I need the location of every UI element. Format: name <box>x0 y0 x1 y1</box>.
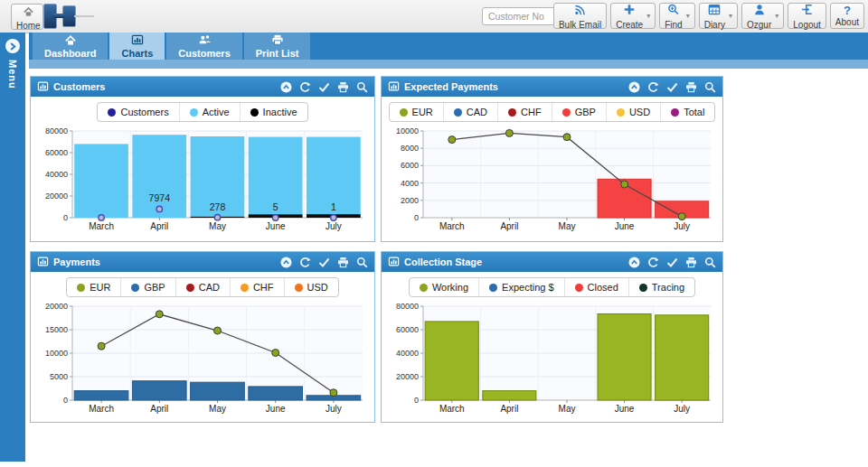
collapse-icon[interactable] <box>280 257 292 268</box>
collapse-icon[interactable] <box>628 257 640 268</box>
bulk-email-button[interactable]: Bulk Email <box>553 3 607 29</box>
svg-text:40000: 40000 <box>396 349 419 358</box>
print-icon[interactable] <box>685 81 697 93</box>
legend-dot <box>420 284 428 292</box>
question-icon: ? <box>844 5 851 16</box>
tab-print-list[interactable]: Print List <box>244 33 311 60</box>
create-dropdown-caret[interactable]: ▾ <box>646 12 650 20</box>
legend-label: Total <box>684 107 704 117</box>
broadcast-icon <box>574 3 587 19</box>
print-icon[interactable] <box>337 257 349 268</box>
legend-dot <box>489 284 497 292</box>
bar-chart-icon <box>37 254 49 270</box>
check-icon[interactable] <box>666 81 678 93</box>
legend-item-chf[interactable]: CHF <box>231 278 285 296</box>
check-icon[interactable] <box>318 257 330 268</box>
legend-label: Expecting $ <box>502 282 553 293</box>
chart-panel-collection-stage: Collection Stage WorkingExpecting $Close… <box>381 251 723 423</box>
legend-item-usd[interactable]: USD <box>607 103 661 121</box>
legend-item-active[interactable]: Active <box>180 103 241 121</box>
chart-canvas: 020000400006000080000MarchAprilMayJuneJu… <box>31 126 374 232</box>
calendar-icon <box>708 3 721 19</box>
search-icon[interactable] <box>356 81 368 93</box>
legend-label: CHF <box>521 107 542 117</box>
svg-text:May: May <box>209 404 226 414</box>
tab-dashboard[interactable]: Dashboard <box>33 33 108 60</box>
about-button[interactable]: ? About <box>830 3 864 29</box>
chart-legend: EURGBPCADCHFUSD <box>66 277 339 297</box>
svg-text:July: July <box>326 221 342 231</box>
tab-customers[interactable]: Customers <box>166 33 241 60</box>
svg-text:April: April <box>500 221 518 231</box>
legend-label: Closed <box>588 282 618 293</box>
legend-item-working[interactable]: Working <box>410 278 479 296</box>
panel-title: Payments <box>53 257 100 267</box>
svg-text:0: 0 <box>63 213 68 222</box>
refresh-icon[interactable] <box>647 257 659 268</box>
legend-item-usd[interactable]: USD <box>285 278 338 296</box>
legend-item-customers[interactable]: Customers <box>98 103 179 121</box>
check-icon[interactable] <box>318 81 330 93</box>
create-button[interactable]: Create ▾ <box>610 3 656 29</box>
chart-legend: WorkingExpecting $ClosedTracing <box>409 277 695 297</box>
svg-text:April: April <box>150 221 168 231</box>
panel-toolbar <box>628 81 716 93</box>
legend-label: EUR <box>90 282 110 293</box>
legend-dot <box>671 108 679 117</box>
legend-item-eur[interactable]: EUR <box>67 278 121 296</box>
legend-item-tracing[interactable]: Tracing <box>629 278 694 296</box>
legend-dot <box>77 284 85 292</box>
users-icon <box>198 34 212 47</box>
legend-item-cad[interactable]: CAD <box>176 278 231 296</box>
user-dropdown-caret[interactable]: ▾ <box>775 12 778 20</box>
tab-charts[interactable]: Charts <box>109 33 165 60</box>
svg-text:June: June <box>266 221 286 231</box>
collapse-icon[interactable] <box>628 81 640 93</box>
svg-text:April: April <box>150 404 168 414</box>
refresh-icon[interactable] <box>299 257 311 268</box>
search-icon[interactable] <box>704 257 716 268</box>
legend-label: CAD <box>467 107 487 117</box>
home-icon <box>64 34 77 47</box>
collapse-icon[interactable] <box>280 81 292 93</box>
panel-toolbar <box>280 257 368 268</box>
diary-dropdown-caret[interactable]: ▾ <box>729 12 732 20</box>
panel-header: Collection Stage <box>382 252 722 272</box>
print-icon[interactable] <box>337 81 349 93</box>
check-icon[interactable] <box>666 257 678 268</box>
legend-item-eur[interactable]: EUR <box>390 103 444 121</box>
svg-text:5: 5 <box>273 201 278 212</box>
svg-text:0: 0 <box>63 396 68 405</box>
diary-button[interactable]: Diary ▾ <box>699 3 738 29</box>
search-icon[interactable] <box>704 81 716 93</box>
legend-item-closed[interactable]: Closed <box>565 278 629 296</box>
svg-text:June: June <box>615 221 635 231</box>
printer-icon <box>271 34 284 47</box>
svg-text:March: March <box>89 404 114 414</box>
legend-item-cad[interactable]: CAD <box>444 103 498 121</box>
legend-item-total[interactable]: Total <box>661 103 714 121</box>
svg-text:April: April <box>500 404 518 414</box>
find-dropdown-caret[interactable]: ▾ <box>686 12 690 20</box>
menu-expand-icon[interactable] <box>5 39 20 53</box>
legend-dot <box>639 284 647 292</box>
legend-item-chf[interactable]: CHF <box>498 103 552 121</box>
refresh-icon[interactable] <box>647 81 659 93</box>
svg-text:March: March <box>439 221 465 231</box>
legend-item-gbp[interactable]: GBP <box>552 103 607 121</box>
chart-legend: EURCADCHFGBPUSDTotal <box>389 102 716 122</box>
legend-item-inactive[interactable]: Inactive <box>241 103 307 121</box>
print-icon[interactable] <box>685 257 697 268</box>
user-menu-button[interactable]: Ozgur ▾ <box>741 3 784 29</box>
legend-item-gbp[interactable]: GBP <box>121 278 175 296</box>
legend-item-expecting-[interactable]: Expecting $ <box>479 278 564 296</box>
refresh-icon[interactable] <box>299 81 311 93</box>
svg-text:278: 278 <box>210 201 226 212</box>
search-icon[interactable] <box>356 257 368 268</box>
legend-label: Inactive <box>263 107 297 117</box>
chart-panel-expected-payments: Expected Payments EURCADCHFGBPUSDTotal 0… <box>381 76 723 242</box>
legend-label: Working <box>432 282 468 293</box>
find-button[interactable]: Find ▾ <box>659 3 694 29</box>
home-button[interactable]: Home <box>11 4 43 30</box>
logout-button[interactable]: Logout <box>788 3 826 29</box>
